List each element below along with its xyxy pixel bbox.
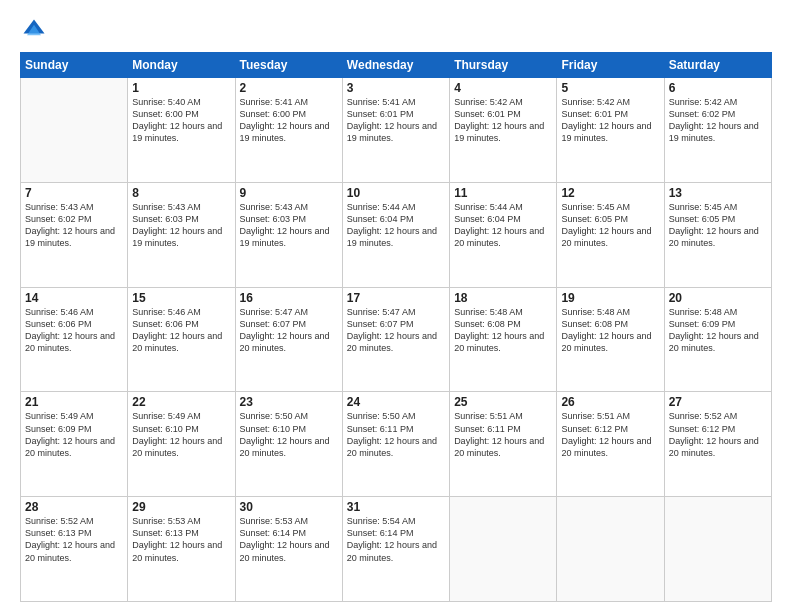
calendar-cell: 13 Sunrise: 5:45 AMSunset: 6:05 PMDaylig…: [664, 182, 771, 287]
day-info: Sunrise: 5:49 AMSunset: 6:10 PMDaylight:…: [132, 410, 230, 459]
day-number: 12: [561, 186, 659, 200]
calendar-cell: [664, 497, 771, 602]
day-number: 6: [669, 81, 767, 95]
calendar-cell: [21, 78, 128, 183]
calendar-cell: 5 Sunrise: 5:42 AMSunset: 6:01 PMDayligh…: [557, 78, 664, 183]
calendar-cell: 10 Sunrise: 5:44 AMSunset: 6:04 PMDaylig…: [342, 182, 449, 287]
calendar-cell: 15 Sunrise: 5:46 AMSunset: 6:06 PMDaylig…: [128, 287, 235, 392]
day-number: 31: [347, 500, 445, 514]
calendar-week-2: 7 Sunrise: 5:43 AMSunset: 6:02 PMDayligh…: [21, 182, 772, 287]
calendar-cell: 21 Sunrise: 5:49 AMSunset: 6:09 PMDaylig…: [21, 392, 128, 497]
calendar-cell: 3 Sunrise: 5:41 AMSunset: 6:01 PMDayligh…: [342, 78, 449, 183]
day-info: Sunrise: 5:43 AMSunset: 6:02 PMDaylight:…: [25, 201, 123, 250]
day-info: Sunrise: 5:52 AMSunset: 6:13 PMDaylight:…: [25, 515, 123, 564]
calendar-cell: 2 Sunrise: 5:41 AMSunset: 6:00 PMDayligh…: [235, 78, 342, 183]
calendar-cell: 14 Sunrise: 5:46 AMSunset: 6:06 PMDaylig…: [21, 287, 128, 392]
calendar-cell: 6 Sunrise: 5:42 AMSunset: 6:02 PMDayligh…: [664, 78, 771, 183]
calendar-cell: 7 Sunrise: 5:43 AMSunset: 6:02 PMDayligh…: [21, 182, 128, 287]
day-number: 19: [561, 291, 659, 305]
day-number: 2: [240, 81, 338, 95]
day-info: Sunrise: 5:42 AMSunset: 6:01 PMDaylight:…: [561, 96, 659, 145]
day-number: 10: [347, 186, 445, 200]
day-info: Sunrise: 5:51 AMSunset: 6:12 PMDaylight:…: [561, 410, 659, 459]
calendar-cell: 12 Sunrise: 5:45 AMSunset: 6:05 PMDaylig…: [557, 182, 664, 287]
day-info: Sunrise: 5:54 AMSunset: 6:14 PMDaylight:…: [347, 515, 445, 564]
calendar-cell: 9 Sunrise: 5:43 AMSunset: 6:03 PMDayligh…: [235, 182, 342, 287]
day-number: 4: [454, 81, 552, 95]
day-info: Sunrise: 5:41 AMSunset: 6:01 PMDaylight:…: [347, 96, 445, 145]
day-info: Sunrise: 5:44 AMSunset: 6:04 PMDaylight:…: [347, 201, 445, 250]
calendar-cell: 1 Sunrise: 5:40 AMSunset: 6:00 PMDayligh…: [128, 78, 235, 183]
calendar-cell: 4 Sunrise: 5:42 AMSunset: 6:01 PMDayligh…: [450, 78, 557, 183]
calendar-week-1: 1 Sunrise: 5:40 AMSunset: 6:00 PMDayligh…: [21, 78, 772, 183]
weekday-header-row: SundayMondayTuesdayWednesdayThursdayFrid…: [21, 53, 772, 78]
day-info: Sunrise: 5:48 AMSunset: 6:08 PMDaylight:…: [454, 306, 552, 355]
calendar-week-4: 21 Sunrise: 5:49 AMSunset: 6:09 PMDaylig…: [21, 392, 772, 497]
day-number: 13: [669, 186, 767, 200]
day-number: 20: [669, 291, 767, 305]
day-number: 27: [669, 395, 767, 409]
day-info: Sunrise: 5:40 AMSunset: 6:00 PMDaylight:…: [132, 96, 230, 145]
day-info: Sunrise: 5:43 AMSunset: 6:03 PMDaylight:…: [132, 201, 230, 250]
calendar-cell: 17 Sunrise: 5:47 AMSunset: 6:07 PMDaylig…: [342, 287, 449, 392]
day-number: 14: [25, 291, 123, 305]
day-number: 24: [347, 395, 445, 409]
weekday-header-monday: Monday: [128, 53, 235, 78]
day-info: Sunrise: 5:45 AMSunset: 6:05 PMDaylight:…: [561, 201, 659, 250]
day-number: 17: [347, 291, 445, 305]
day-info: Sunrise: 5:53 AMSunset: 6:14 PMDaylight:…: [240, 515, 338, 564]
day-info: Sunrise: 5:51 AMSunset: 6:11 PMDaylight:…: [454, 410, 552, 459]
weekday-header-tuesday: Tuesday: [235, 53, 342, 78]
day-number: 7: [25, 186, 123, 200]
day-info: Sunrise: 5:52 AMSunset: 6:12 PMDaylight:…: [669, 410, 767, 459]
day-number: 23: [240, 395, 338, 409]
day-number: 29: [132, 500, 230, 514]
weekday-header-sunday: Sunday: [21, 53, 128, 78]
calendar-cell: 16 Sunrise: 5:47 AMSunset: 6:07 PMDaylig…: [235, 287, 342, 392]
calendar-week-3: 14 Sunrise: 5:46 AMSunset: 6:06 PMDaylig…: [21, 287, 772, 392]
calendar-cell: 24 Sunrise: 5:50 AMSunset: 6:11 PMDaylig…: [342, 392, 449, 497]
day-info: Sunrise: 5:41 AMSunset: 6:00 PMDaylight:…: [240, 96, 338, 145]
calendar-table: SundayMondayTuesdayWednesdayThursdayFrid…: [20, 52, 772, 602]
day-number: 3: [347, 81, 445, 95]
day-number: 1: [132, 81, 230, 95]
day-number: 26: [561, 395, 659, 409]
weekday-header-thursday: Thursday: [450, 53, 557, 78]
day-info: Sunrise: 5:45 AMSunset: 6:05 PMDaylight:…: [669, 201, 767, 250]
calendar-cell: 25 Sunrise: 5:51 AMSunset: 6:11 PMDaylig…: [450, 392, 557, 497]
day-info: Sunrise: 5:42 AMSunset: 6:01 PMDaylight:…: [454, 96, 552, 145]
calendar-cell: 27 Sunrise: 5:52 AMSunset: 6:12 PMDaylig…: [664, 392, 771, 497]
calendar-cell: 11 Sunrise: 5:44 AMSunset: 6:04 PMDaylig…: [450, 182, 557, 287]
day-number: 18: [454, 291, 552, 305]
calendar-cell: 20 Sunrise: 5:48 AMSunset: 6:09 PMDaylig…: [664, 287, 771, 392]
weekday-header-saturday: Saturday: [664, 53, 771, 78]
day-number: 25: [454, 395, 552, 409]
calendar-cell: 28 Sunrise: 5:52 AMSunset: 6:13 PMDaylig…: [21, 497, 128, 602]
day-info: Sunrise: 5:48 AMSunset: 6:08 PMDaylight:…: [561, 306, 659, 355]
calendar-cell: 31 Sunrise: 5:54 AMSunset: 6:14 PMDaylig…: [342, 497, 449, 602]
calendar-cell: 8 Sunrise: 5:43 AMSunset: 6:03 PMDayligh…: [128, 182, 235, 287]
weekday-header-wednesday: Wednesday: [342, 53, 449, 78]
calendar-cell: [557, 497, 664, 602]
day-number: 16: [240, 291, 338, 305]
day-number: 28: [25, 500, 123, 514]
calendar-cell: 19 Sunrise: 5:48 AMSunset: 6:08 PMDaylig…: [557, 287, 664, 392]
day-number: 8: [132, 186, 230, 200]
calendar-cell: 23 Sunrise: 5:50 AMSunset: 6:10 PMDaylig…: [235, 392, 342, 497]
day-info: Sunrise: 5:43 AMSunset: 6:03 PMDaylight:…: [240, 201, 338, 250]
day-info: Sunrise: 5:50 AMSunset: 6:11 PMDaylight:…: [347, 410, 445, 459]
calendar-cell: 30 Sunrise: 5:53 AMSunset: 6:14 PMDaylig…: [235, 497, 342, 602]
calendar-cell: 26 Sunrise: 5:51 AMSunset: 6:12 PMDaylig…: [557, 392, 664, 497]
logo-icon: [20, 16, 48, 44]
logo: [20, 16, 52, 44]
day-info: Sunrise: 5:53 AMSunset: 6:13 PMDaylight:…: [132, 515, 230, 564]
day-info: Sunrise: 5:48 AMSunset: 6:09 PMDaylight:…: [669, 306, 767, 355]
weekday-header-friday: Friday: [557, 53, 664, 78]
day-info: Sunrise: 5:47 AMSunset: 6:07 PMDaylight:…: [240, 306, 338, 355]
calendar-week-5: 28 Sunrise: 5:52 AMSunset: 6:13 PMDaylig…: [21, 497, 772, 602]
day-number: 21: [25, 395, 123, 409]
day-info: Sunrise: 5:46 AMSunset: 6:06 PMDaylight:…: [132, 306, 230, 355]
day-number: 22: [132, 395, 230, 409]
calendar-cell: 29 Sunrise: 5:53 AMSunset: 6:13 PMDaylig…: [128, 497, 235, 602]
day-info: Sunrise: 5:50 AMSunset: 6:10 PMDaylight:…: [240, 410, 338, 459]
